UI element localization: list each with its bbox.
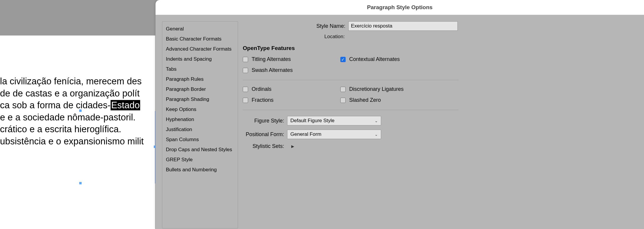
- positional-form-row: Positional Form: General Form ⌄: [243, 130, 639, 139]
- checkbox-icon[interactable]: [340, 87, 346, 92]
- checkbox-label: Fractions: [252, 97, 274, 103]
- style-name-input[interactable]: [348, 21, 458, 31]
- text-line[interactable]: ubsistência e o expansionismo milit: [0, 136, 144, 148]
- disclosure-triangle-icon[interactable]: ▶: [291, 144, 294, 149]
- location-row: Location:: [243, 34, 639, 40]
- style-name-row: Style Name:: [243, 21, 639, 31]
- checkbox-label: Ordinals: [252, 86, 271, 92]
- stylistic-sets-row: Stylistic Sets: ▶: [243, 143, 639, 149]
- checkbox-ordinals[interactable]: Ordinals: [243, 86, 337, 92]
- checkbox-grid-2: Ordinals Discretionary Ligatures Fractio…: [243, 86, 639, 103]
- positional-form-label: Positional Form:: [243, 131, 284, 138]
- figure-style-row: Figure Style: Default Figure Style ⌄: [243, 116, 639, 125]
- checkbox-label: Swash Alternates: [252, 67, 293, 73]
- style-name-label: Style Name:: [243, 23, 345, 29]
- sidebar-item-border[interactable]: Paragraph Border: [162, 84, 238, 94]
- figure-style-label: Figure Style:: [243, 118, 284, 124]
- divider: [243, 80, 459, 80]
- chevron-down-icon: ⌄: [375, 119, 378, 123]
- location-label: Location:: [243, 34, 345, 40]
- checkbox-icon[interactable]: [243, 68, 248, 73]
- stylistic-sets-label: Stylistic Sets:: [243, 143, 284, 149]
- checkbox-discretionary[interactable]: Discretionary Ligatures: [340, 86, 435, 92]
- checkbox-label: Contextual Alternates: [349, 56, 400, 62]
- chevron-down-icon: ⌄: [375, 132, 378, 137]
- dialog-title: Paragraph Style Options: [156, 0, 644, 15]
- figure-style-dropdown[interactable]: Default Figure Style ⌄: [287, 116, 381, 125]
- sidebar-item-general[interactable]: General: [162, 24, 238, 34]
- opentype-panel: Style Name: Location: OpenType Features …: [238, 15, 644, 229]
- section-title: OpenType Features: [243, 45, 639, 51]
- checkbox-icon[interactable]: [243, 57, 248, 62]
- checkbox-icon[interactable]: ✓: [340, 57, 346, 62]
- checkbox-icon[interactable]: [340, 98, 346, 103]
- document-text[interactable]: la civilização fenícia, merecem des de d…: [0, 75, 144, 147]
- paragraph-style-options-dialog: Paragraph Style Options General Basic Ch…: [156, 0, 644, 229]
- sidebar-item-hyphenation[interactable]: Hyphenation: [162, 114, 238, 125]
- sidebar-item-span[interactable]: Span Columns: [162, 135, 238, 145]
- checkbox-fractions[interactable]: Fractions: [243, 97, 337, 103]
- dropdown-value: Default Figure Style: [290, 118, 334, 124]
- text-line[interactable]: la civilização fenícia, merecem des: [0, 75, 144, 88]
- checkbox-icon[interactable]: [243, 98, 248, 103]
- checkbox-titling[interactable]: Titling Alternates: [243, 56, 337, 62]
- document-canvas: la civilização fenícia, merecem des de d…: [0, 36, 155, 229]
- sidebar-item-advanced-char[interactable]: Advanced Character Formats: [162, 44, 238, 54]
- checkbox-label: Titling Alternates: [252, 56, 291, 62]
- sidebar-item-shading[interactable]: Paragraph Shading: [162, 94, 238, 104]
- sidebar-item-basic-char[interactable]: Basic Character Formats: [162, 34, 238, 44]
- sidebar-item-keep[interactable]: Keep Options: [162, 104, 238, 114]
- sidebar-item-tabs[interactable]: Tabs: [162, 64, 238, 74]
- checkbox-icon[interactable]: [243, 87, 248, 92]
- checkbox-grid-1: Titling Alternates ✓ Contextual Alternat…: [243, 56, 639, 73]
- checkbox-contextual[interactable]: ✓ Contextual Alternates: [340, 56, 435, 62]
- frame-handle[interactable]: [79, 182, 82, 184]
- sidebar-item-dropcaps[interactable]: Drop Caps and Nested Styles: [162, 145, 238, 155]
- text-line[interactable]: de de castas e a organização polít: [0, 88, 144, 100]
- checkbox-swash[interactable]: Swash Alternates: [243, 67, 337, 73]
- dropdown-value: General Form: [290, 131, 321, 137]
- sidebar-item-rules[interactable]: Paragraph Rules: [162, 74, 238, 84]
- checkbox-label: Discretionary Ligatures: [349, 86, 404, 92]
- selected-text[interactable]: Estado: [111, 100, 140, 110]
- text-line[interactable]: e e a sociedade nômade-pastoril.: [0, 112, 144, 124]
- dialog-body: General Basic Character Formats Advanced…: [156, 15, 644, 229]
- checkbox-slashed[interactable]: Slashed Zero: [340, 97, 435, 103]
- category-sidebar: General Basic Character Formats Advanced…: [162, 21, 238, 228]
- divider: [243, 110, 459, 110]
- positional-form-dropdown[interactable]: General Form ⌄: [287, 130, 381, 139]
- text-line[interactable]: crático e a escrita hieroglífica.: [0, 123, 144, 136]
- sidebar-item-bullets[interactable]: Bullets and Numbering: [162, 165, 238, 175]
- checkbox-label: Slashed Zero: [349, 97, 381, 103]
- sidebar-item-grep[interactable]: GREP Style: [162, 155, 238, 165]
- sidebar-item-indents[interactable]: Indents and Spacing: [162, 54, 238, 64]
- text-line[interactable]: ca sob a forma de cidades-Estado: [0, 99, 144, 112]
- sidebar-item-justification[interactable]: Justification: [162, 125, 238, 135]
